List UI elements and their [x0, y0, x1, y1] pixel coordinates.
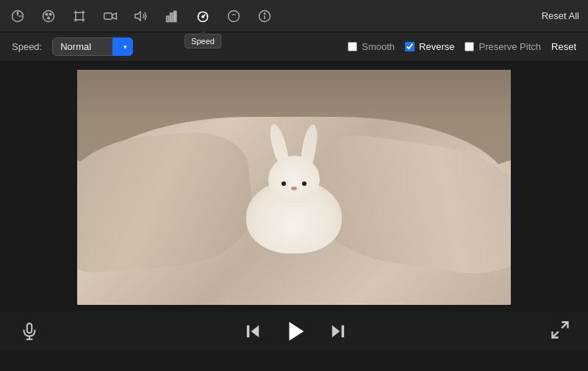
video-area — [0, 62, 588, 311]
svg-rect-16 — [167, 16, 169, 22]
svg-rect-30 — [27, 323, 32, 333]
preserve-pitch-checkbox[interactable] — [465, 42, 474, 51]
svg-point-29 — [264, 13, 265, 14]
audio-icon[interactable] — [132, 7, 150, 25]
svg-rect-5 — [76, 12, 83, 20]
svg-marker-35 — [290, 322, 304, 341]
svg-point-1 — [43, 10, 54, 21]
playback-bar — [0, 311, 588, 351]
video-frame[interactable] — [77, 70, 511, 305]
svg-line-38 — [562, 323, 567, 328]
video-camera-icon[interactable] — [101, 7, 119, 25]
smooth-label: Smooth — [362, 41, 395, 52]
bunny-scene — [77, 70, 511, 305]
preserve-pitch-checkbox-group: Preserve Pitch — [465, 41, 541, 52]
fullscreen-icon[interactable] — [550, 320, 570, 343]
toolbar: Speed Reset All — [0, 0, 588, 32]
preserve-pitch-label: Preserve Pitch — [478, 41, 541, 52]
histogram-icon[interactable] — [163, 7, 181, 25]
svg-point-3 — [49, 13, 51, 15]
svg-rect-18 — [174, 11, 176, 21]
svg-rect-17 — [171, 12, 173, 21]
skip-back-icon[interactable] — [241, 320, 265, 343]
speed-bar: Speed: Normal Slow Fast Custom ▾ Smooth … — [0, 32, 588, 62]
color-wheel-icon[interactable] — [9, 7, 26, 25]
palette-icon[interactable] — [40, 7, 57, 25]
share-icon[interactable] — [225, 7, 243, 25]
svg-point-4 — [48, 17, 50, 19]
microphone-icon[interactable] — [18, 320, 41, 343]
svg-point-21 — [202, 15, 204, 18]
reset-button[interactable]: Reset — [551, 41, 576, 52]
bunny-eye-right — [302, 181, 306, 186]
svg-marker-15 — [135, 12, 141, 21]
speed-dropdown[interactable]: Normal Slow Fast Custom — [52, 37, 133, 56]
bunny-eye-left — [282, 181, 286, 186]
speed-tooltip: Speed — [184, 34, 221, 48]
svg-rect-37 — [342, 325, 345, 337]
svg-line-22 — [199, 12, 200, 13]
svg-marker-36 — [332, 325, 340, 337]
svg-point-26 — [229, 10, 240, 21]
svg-line-39 — [553, 331, 559, 337]
toolbar-icons: Speed — [9, 7, 273, 25]
playback-left — [18, 320, 41, 343]
playback-right — [550, 320, 570, 343]
reverse-label: Reverse — [419, 41, 454, 52]
reverse-checkbox[interactable] — [405, 42, 415, 51]
info-icon[interactable] — [256, 7, 273, 25]
svg-rect-34 — [247, 325, 250, 337]
speed-select-wrapper: Normal Slow Fast Custom ▾ — [52, 37, 133, 56]
svg-point-2 — [46, 13, 48, 15]
skip-forward-icon[interactable] — [326, 320, 350, 343]
blanket-fold-left — [77, 127, 256, 275]
svg-marker-33 — [251, 325, 259, 337]
reset-all-button[interactable]: Reset All — [542, 10, 579, 21]
svg-rect-14 — [104, 12, 112, 18]
reverse-checkbox-group: Reverse — [405, 41, 454, 52]
crop-icon[interactable] — [71, 7, 88, 25]
speed-icon[interactable]: Speed — [194, 7, 212, 25]
speed-label: Speed: — [12, 41, 42, 52]
smooth-checkbox[interactable] — [348, 42, 357, 51]
play-button[interactable] — [282, 318, 309, 345]
smooth-checkbox-group: Smooth — [348, 41, 395, 52]
playback-controls — [241, 318, 350, 345]
bunny-head — [268, 156, 320, 203]
svg-line-23 — [206, 12, 207, 13]
bunny-nose — [291, 187, 297, 190]
